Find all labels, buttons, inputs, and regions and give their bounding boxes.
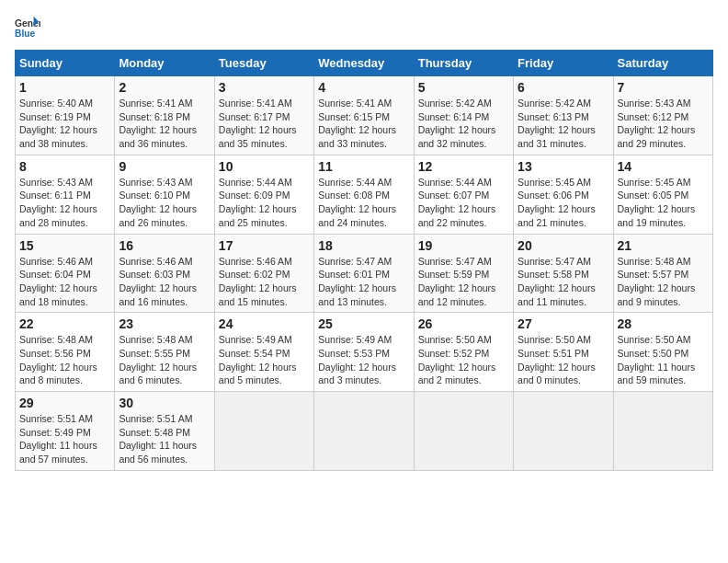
day-number: 30 <box>119 396 210 410</box>
day-number: 19 <box>418 238 509 253</box>
day-number: 29 <box>19 396 110 410</box>
table-row <box>514 392 613 471</box>
day-detail: Sunrise: 5:50 AMSunset: 5:50 PMDaylight:… <box>618 334 696 385</box>
day-number: 21 <box>618 238 709 253</box>
day-number: 25 <box>318 316 409 331</box>
day-detail: Sunrise: 5:47 AMSunset: 6:01 PMDaylight:… <box>318 256 396 307</box>
calendar-week-1: 1Sunrise: 5:40 AMSunset: 6:19 PMDaylight… <box>16 76 713 155</box>
calendar-week-4: 22Sunrise: 5:48 AMSunset: 5:56 PMDayligh… <box>16 313 713 392</box>
day-number: 26 <box>418 316 509 331</box>
table-row: 3Sunrise: 5:41 AMSunset: 6:17 PMDaylight… <box>214 76 313 155</box>
table-row: 20Sunrise: 5:47 AMSunset: 5:58 PMDayligh… <box>514 234 613 313</box>
header-row: Sunday Monday Tuesday Wednesday Thursday… <box>16 51 713 76</box>
day-number: 13 <box>518 159 609 174</box>
day-detail: Sunrise: 5:51 AMSunset: 5:49 PMDaylight:… <box>19 413 97 465</box>
day-number: 10 <box>219 159 310 174</box>
col-friday: Friday <box>514 51 613 76</box>
table-row: 17Sunrise: 5:46 AMSunset: 6:02 PMDayligh… <box>214 234 313 313</box>
day-number: 6 <box>518 80 609 95</box>
day-number: 17 <box>219 238 310 253</box>
day-detail: Sunrise: 5:48 AMSunset: 5:55 PMDaylight:… <box>119 334 197 385</box>
day-detail: Sunrise: 5:42 AMSunset: 6:13 PMDaylight:… <box>518 98 596 149</box>
table-row: 28Sunrise: 5:50 AMSunset: 5:50 PMDayligh… <box>613 313 712 392</box>
calendar-week-3: 15Sunrise: 5:46 AMSunset: 6:04 PMDayligh… <box>16 234 713 313</box>
table-row: 10Sunrise: 5:44 AMSunset: 6:09 PMDayligh… <box>214 155 313 234</box>
table-row: 27Sunrise: 5:50 AMSunset: 5:51 PMDayligh… <box>514 313 613 392</box>
day-detail: Sunrise: 5:48 AMSunset: 5:57 PMDaylight:… <box>618 256 696 307</box>
calendar-week-2: 8Sunrise: 5:43 AMSunset: 6:11 PMDaylight… <box>16 155 713 234</box>
table-row <box>214 392 313 471</box>
day-detail: Sunrise: 5:40 AMSunset: 6:19 PMDaylight:… <box>19 98 97 149</box>
col-thursday: Thursday <box>414 51 513 76</box>
table-row: 9Sunrise: 5:43 AMSunset: 6:10 PMDaylight… <box>115 155 214 234</box>
day-number: 18 <box>318 238 409 253</box>
logo-icon: General Blue <box>15 15 40 40</box>
day-detail: Sunrise: 5:47 AMSunset: 5:59 PMDaylight:… <box>418 256 496 307</box>
calendar-table: Sunday Monday Tuesday Wednesday Thursday… <box>15 50 713 471</box>
table-row <box>414 392 513 471</box>
table-row: 29Sunrise: 5:51 AMSunset: 5:49 PMDayligh… <box>16 392 115 471</box>
col-saturday: Saturday <box>613 51 712 76</box>
day-number: 12 <box>418 159 509 174</box>
table-row: 7Sunrise: 5:43 AMSunset: 6:12 PMDaylight… <box>613 76 712 155</box>
col-tuesday: Tuesday <box>214 51 313 76</box>
day-detail: Sunrise: 5:51 AMSunset: 5:48 PMDaylight:… <box>119 413 197 465</box>
day-number: 1 <box>19 80 110 95</box>
day-number: 7 <box>618 80 709 95</box>
table-row <box>613 392 712 471</box>
table-row: 24Sunrise: 5:49 AMSunset: 5:54 PMDayligh… <box>214 313 313 392</box>
day-number: 20 <box>518 238 609 253</box>
calendar-week-5: 29Sunrise: 5:51 AMSunset: 5:49 PMDayligh… <box>16 392 713 471</box>
day-number: 5 <box>418 80 509 95</box>
table-row: 18Sunrise: 5:47 AMSunset: 6:01 PMDayligh… <box>314 234 414 313</box>
table-row: 2Sunrise: 5:41 AMSunset: 6:18 PMDaylight… <box>115 76 214 155</box>
table-row: 21Sunrise: 5:48 AMSunset: 5:57 PMDayligh… <box>613 234 712 313</box>
table-row: 8Sunrise: 5:43 AMSunset: 6:11 PMDaylight… <box>16 155 115 234</box>
day-detail: Sunrise: 5:50 AMSunset: 5:52 PMDaylight:… <box>418 334 496 385</box>
day-number: 14 <box>618 159 709 174</box>
table-row <box>314 392 414 471</box>
table-row: 25Sunrise: 5:49 AMSunset: 5:53 PMDayligh… <box>314 313 414 392</box>
table-row: 14Sunrise: 5:45 AMSunset: 6:05 PMDayligh… <box>613 155 712 234</box>
day-number: 23 <box>119 316 210 331</box>
table-row: 26Sunrise: 5:50 AMSunset: 5:52 PMDayligh… <box>414 313 513 392</box>
day-number: 22 <box>19 316 110 331</box>
day-detail: Sunrise: 5:50 AMSunset: 5:51 PMDaylight:… <box>518 334 596 385</box>
table-row: 4Sunrise: 5:41 AMSunset: 6:15 PMDaylight… <box>314 76 414 155</box>
day-detail: Sunrise: 5:43 AMSunset: 6:10 PMDaylight:… <box>119 177 197 228</box>
day-detail: Sunrise: 5:46 AMSunset: 6:02 PMDaylight:… <box>219 256 297 307</box>
col-monday: Monday <box>115 51 214 76</box>
day-number: 3 <box>219 80 310 95</box>
table-row: 15Sunrise: 5:46 AMSunset: 6:04 PMDayligh… <box>16 234 115 313</box>
day-detail: Sunrise: 5:44 AMSunset: 6:08 PMDaylight:… <box>318 177 396 228</box>
table-row: 22Sunrise: 5:48 AMSunset: 5:56 PMDayligh… <box>16 313 115 392</box>
page-header: General Blue <box>15 15 713 40</box>
table-row: 11Sunrise: 5:44 AMSunset: 6:08 PMDayligh… <box>314 155 414 234</box>
col-wednesday: Wednesday <box>314 51 414 76</box>
day-number: 24 <box>219 316 310 331</box>
day-number: 8 <box>19 159 110 174</box>
table-row: 6Sunrise: 5:42 AMSunset: 6:13 PMDaylight… <box>514 76 613 155</box>
day-number: 28 <box>618 316 709 331</box>
calendar-body: 1Sunrise: 5:40 AMSunset: 6:19 PMDaylight… <box>16 76 713 471</box>
day-number: 27 <box>518 316 609 331</box>
table-row: 23Sunrise: 5:48 AMSunset: 5:55 PMDayligh… <box>115 313 214 392</box>
table-row: 5Sunrise: 5:42 AMSunset: 6:14 PMDaylight… <box>414 76 513 155</box>
day-detail: Sunrise: 5:42 AMSunset: 6:14 PMDaylight:… <box>418 98 496 149</box>
day-detail: Sunrise: 5:43 AMSunset: 6:12 PMDaylight:… <box>618 98 696 149</box>
table-row: 13Sunrise: 5:45 AMSunset: 6:06 PMDayligh… <box>514 155 613 234</box>
table-row: 12Sunrise: 5:44 AMSunset: 6:07 PMDayligh… <box>414 155 513 234</box>
table-row: 16Sunrise: 5:46 AMSunset: 6:03 PMDayligh… <box>115 234 214 313</box>
col-sunday: Sunday <box>16 51 115 76</box>
table-row: 19Sunrise: 5:47 AMSunset: 5:59 PMDayligh… <box>414 234 513 313</box>
day-detail: Sunrise: 5:45 AMSunset: 6:05 PMDaylight:… <box>618 177 696 228</box>
table-row: 1Sunrise: 5:40 AMSunset: 6:19 PMDaylight… <box>16 76 115 155</box>
day-number: 2 <box>119 80 210 95</box>
day-number: 16 <box>119 238 210 253</box>
day-detail: Sunrise: 5:49 AMSunset: 5:54 PMDaylight:… <box>219 334 297 385</box>
day-detail: Sunrise: 5:46 AMSunset: 6:03 PMDaylight:… <box>119 256 197 307</box>
day-detail: Sunrise: 5:45 AMSunset: 6:06 PMDaylight:… <box>518 177 596 228</box>
svg-text:Blue: Blue <box>15 29 36 39</box>
day-detail: Sunrise: 5:41 AMSunset: 6:15 PMDaylight:… <box>318 98 396 149</box>
day-detail: Sunrise: 5:48 AMSunset: 5:56 PMDaylight:… <box>19 334 97 385</box>
